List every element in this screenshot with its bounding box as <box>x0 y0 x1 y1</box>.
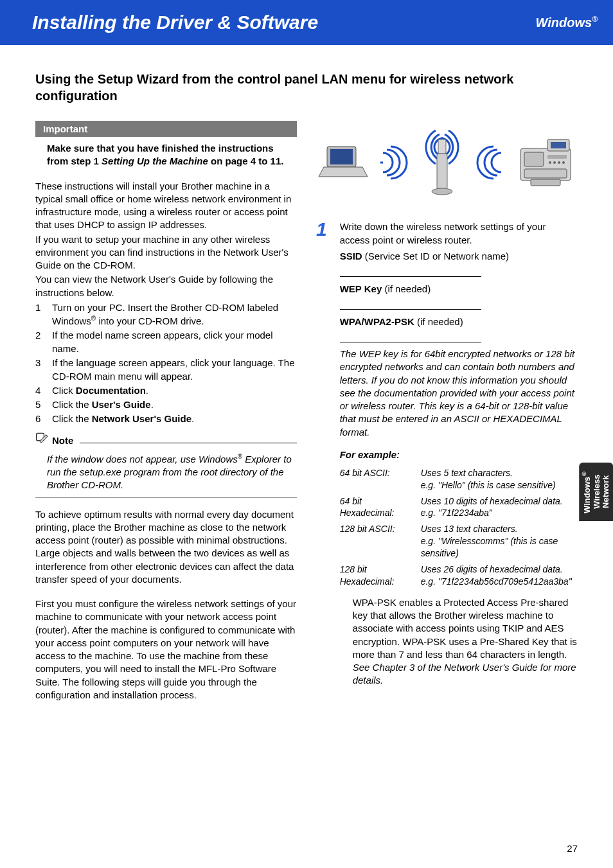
side-tab: Windows® Wireless Network <box>579 463 613 521</box>
svg-rect-4 <box>437 154 447 190</box>
placement-p: To achieve optimum results with normal e… <box>35 508 297 587</box>
wep-blank <box>340 308 481 310</box>
table-row: 128 bit Hexadecimal:Uses 26 digits of he… <box>340 562 578 590</box>
signal-icon <box>380 146 398 179</box>
example-table: 64 bit ASCII:Uses 5 text characters. e.g… <box>340 465 578 590</box>
laptop-icon <box>317 143 369 182</box>
ssid-blank <box>340 276 481 277</box>
intro-p2: If you want to setup your machine in any… <box>35 233 297 272</box>
list-item: 4Click Documentation. <box>35 384 297 397</box>
page-number: 27 <box>567 843 578 854</box>
svg-rect-10 <box>524 169 567 178</box>
svg-rect-8 <box>551 142 566 148</box>
svg-point-14 <box>553 161 556 164</box>
left-column: Important Make sure that you have finish… <box>35 121 297 703</box>
wpa-blank <box>340 341 481 342</box>
right-column: 1 Write down the wireless network settin… <box>316 121 578 703</box>
note-pencil-icon <box>35 430 48 446</box>
important-label: Important <box>35 121 297 137</box>
svg-rect-12 <box>547 155 567 159</box>
table-row: 64 bit Hexadecimal:Uses 10 digits of hex… <box>340 493 578 522</box>
wpa-description: WPA-PSK enables a Protected Access Pre-s… <box>353 596 578 687</box>
step-text: Write down the wireless network settings… <box>340 220 578 247</box>
banner-title: Installing the Driver & Software <box>32 12 318 33</box>
wep-note: The WEP key is for 64bit encrypted netwo… <box>340 348 578 439</box>
step-number: 1 <box>316 220 327 687</box>
svg-point-16 <box>562 161 565 164</box>
cd-steps: 1Turn on your PC. Insert the Brother CD-… <box>35 301 297 425</box>
wireless-diagram <box>316 121 578 204</box>
section-title: Using the Setup Wizard from the control … <box>35 71 578 104</box>
signal-icon <box>486 146 504 179</box>
svg-rect-9 <box>524 152 544 166</box>
list-item: 3If the language screen appears, click y… <box>35 356 297 383</box>
page-banner: Installing the Driver & Software Windows… <box>0 0 613 45</box>
router-icon <box>410 124 474 195</box>
note-heading: Note <box>35 430 297 447</box>
table-row: 64 bit ASCII:Uses 5 text characters. e.g… <box>340 465 578 493</box>
list-item: 6Click the Network User's Guide. <box>35 412 297 425</box>
for-example: For example: <box>340 448 578 461</box>
svg-rect-11 <box>531 179 560 186</box>
important-body: Make sure that you have finished the ins… <box>47 142 297 168</box>
intro-p3: You can view the Network User's Guide by… <box>35 273 297 299</box>
table-row: 128 bit ASCII:Uses 13 text characters. e… <box>340 521 578 562</box>
note-body: If the window does not appear, use Windo… <box>47 452 297 492</box>
svg-point-5 <box>432 188 452 195</box>
os-label: Windows® <box>536 15 598 30</box>
list-item: 5Click the User's Guide. <box>35 398 297 411</box>
step-1: 1 Write down the wireless network settin… <box>316 220 578 687</box>
svg-point-15 <box>558 161 560 164</box>
printer-icon <box>515 136 576 190</box>
intro-p1: These instructions will install your Bro… <box>35 180 297 232</box>
svg-rect-3 <box>438 139 446 154</box>
process-p: First you must configure the wireless ne… <box>35 598 297 702</box>
note-label: Note <box>52 435 73 446</box>
list-item: 2If the model name screen appears, click… <box>35 328 297 355</box>
list-item: 1Turn on your PC. Insert the Brother CD-… <box>35 301 297 328</box>
svg-point-13 <box>549 161 551 164</box>
svg-rect-2 <box>330 149 353 164</box>
